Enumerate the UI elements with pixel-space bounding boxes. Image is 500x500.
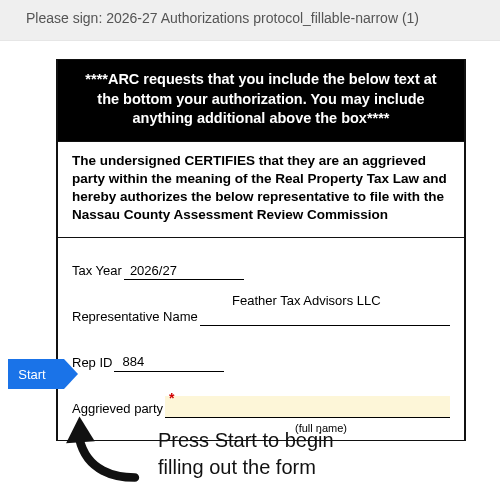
required-star-icon: *	[169, 390, 174, 406]
tax-year-value: 2026/27	[130, 263, 177, 278]
aggrieved-party-row: Aggrieved party *	[72, 390, 450, 418]
rep-name-line	[200, 308, 450, 326]
rep-id-row: Rep ID 884	[72, 344, 450, 372]
hint-line1: Press Start to begin	[158, 429, 334, 451]
aggrieved-party-label: Aggrieved party	[72, 401, 163, 418]
topbar: Please sign: 2026-27 Authorizations prot…	[0, 0, 500, 41]
tax-year-label: Tax Year	[72, 263, 122, 280]
tax-year-line: 2026/27	[124, 262, 244, 280]
hint-line2: filling out the form	[158, 456, 316, 478]
rep-id-value: 884	[122, 354, 144, 369]
page: ****ARC requests that you include the be…	[0, 41, 500, 441]
rep-name-value: Feather Tax Advisors LLC	[232, 293, 381, 308]
tax-year-row: Tax Year 2026/27	[72, 252, 450, 280]
rep-name-label: Representative Name	[72, 309, 198, 326]
document-form: ****ARC requests that you include the be…	[56, 59, 466, 441]
rep-name-row: Feather Tax Advisors LLC Representative …	[72, 298, 450, 326]
aggrieved-party-input[interactable]: *	[165, 396, 450, 418]
rep-id-label: Rep ID	[72, 355, 112, 372]
start-button-label: Start	[18, 367, 45, 382]
arc-header-box: ****ARC requests that you include the be…	[58, 60, 464, 142]
hint-text: Press Start to begin filling out the for…	[158, 427, 458, 481]
start-button[interactable]: Start	[8, 359, 64, 389]
rep-id-line: 884	[114, 354, 224, 372]
certification-text: The undersigned CERTIFIES that they are …	[58, 142, 464, 238]
topbar-title: Please sign: 2026-27 Authorizations prot…	[26, 10, 419, 26]
form-fields: Tax Year 2026/27 Feather Tax Advisors LL…	[58, 238, 464, 440]
